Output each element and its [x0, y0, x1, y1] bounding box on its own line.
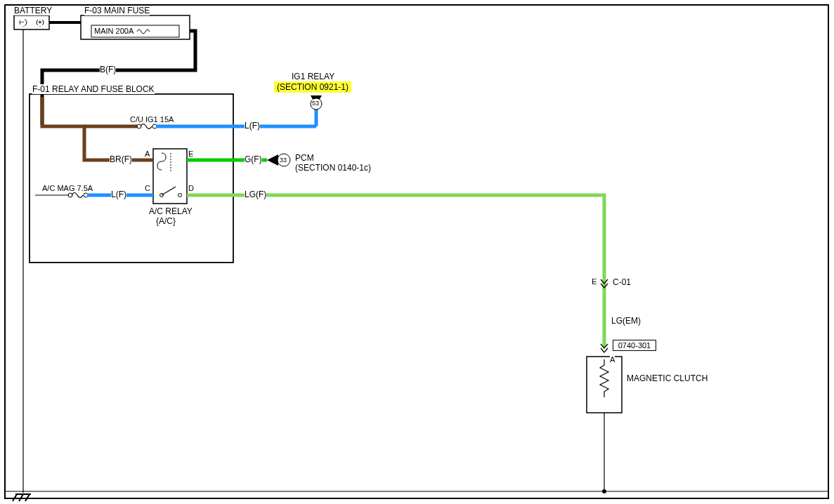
acrelay-label: A/C RELAY [149, 206, 193, 216]
lf1-wire-label: L(F) [245, 121, 260, 131]
wiring-svg [0, 0, 834, 504]
bf-wire-label: B(F) [100, 65, 116, 74]
lf2-wire-label: L(F) [111, 190, 126, 199]
f01-label: F-01 RELAY AND FUSE BLOCK [32, 84, 155, 94]
pin33-label: 33 [280, 157, 287, 164]
brf-wire-label: BR(F) [110, 154, 132, 164]
pin53-label: 53 [312, 100, 319, 107]
pinD-label: D [188, 184, 194, 192]
svg-line-34 [13, 494, 17, 501]
gf-wire-label: G(F) [245, 154, 262, 164]
c01-conn-label: C-01 [613, 277, 631, 287]
pinE-label: E [188, 150, 193, 158]
pinC-label: C [145, 184, 150, 192]
sec0921-ref: (SECTION 0921-1) [274, 81, 351, 93]
sec0140-ref: (SECTION 0140-1c) [295, 163, 371, 173]
f03-label: F-03 MAIN FUSE [84, 6, 150, 15]
svg-line-36 [25, 494, 30, 501]
battery-label: BATTERY [14, 6, 52, 15]
lgf-wire-label: LG(F) [245, 190, 266, 199]
acrelay-label2: {A/C} [156, 216, 176, 226]
magclutch-label: MAGNETIC CLUTCH [627, 373, 708, 383]
ref0740-box: 0740-301 [613, 340, 656, 351]
battery-pos: + [38, 18, 42, 26]
svg-marker-23 [267, 154, 278, 166]
cuig1-fuse-label: C/U IG1 15A [130, 115, 174, 124]
main200a-label: MAIN 200A [94, 27, 133, 35]
pinA2-label: A [610, 355, 615, 364]
ig1-relay-label: IG1 RELAY [292, 72, 334, 81]
wiring-diagram: BATTERY − + F-03 MAIN FUSE MAIN 200A B(F… [0, 0, 834, 504]
svg-line-35 [19, 494, 23, 501]
ref0740-label: 0740-301 [618, 341, 651, 350]
pcm-label: PCM [295, 153, 314, 163]
svg-point-19 [178, 194, 182, 197]
battery-neg: − [20, 18, 25, 26]
pinA-label: A [145, 150, 150, 158]
pinE2-label: E [592, 277, 597, 286]
lgem-wire-label: LG(EM) [611, 316, 641, 326]
acmag-fuse-label: A/C MAG 7.5A [42, 184, 93, 192]
